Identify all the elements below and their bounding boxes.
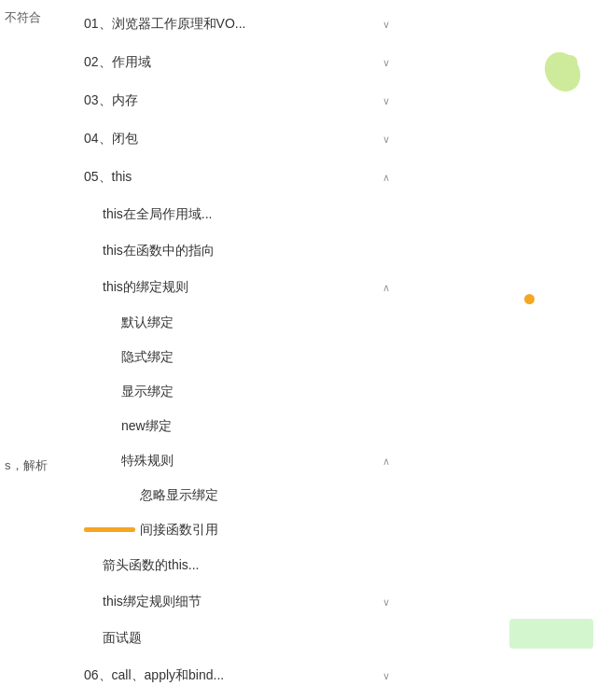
sub-menu-item-05-4[interactable]: 箭头函数的this... — [103, 547, 401, 583]
sub-menu-05: this在全局作用域... this在函数中的指向 this的绑定规则 默认绑定… — [84, 196, 401, 656]
sub-sub-item-05-3-3[interactable]: 显示绑定 — [121, 374, 401, 409]
sub-menu-item-05-6-label: 面试题 — [103, 628, 390, 648]
menu-item-02-label: 02、作用域 — [84, 52, 375, 72]
svg-point-1 — [563, 55, 577, 70]
menu-item-04[interactable]: 04、闭包 — [84, 119, 401, 158]
sub-menu-item-05-2-label: this在函数中的指向 — [103, 241, 390, 260]
deco-green-bottom — [509, 619, 593, 649]
sub-sub-item-05-3-2-label: 隐式绑定 — [121, 347, 390, 367]
menu-item-03[interactable]: 03、内存 — [84, 81, 401, 119]
menu-item-02-chevron — [382, 54, 390, 71]
sub-menu-item-05-1-label: this在全局作用域... — [103, 204, 390, 224]
sub-menu-item-05-3-label: this的绑定规则 — [103, 277, 375, 297]
menu-item-06-chevron — [382, 667, 390, 684]
menu-item-05-label: 05、this — [84, 167, 375, 187]
sub-menu-item-05-4-label: 箭头函数的this... — [103, 555, 390, 575]
sub-menu-item-05-5[interactable]: this绑定规则细节 — [103, 583, 401, 620]
menu-item-01-chevron — [382, 16, 390, 33]
menu-item-03-chevron — [382, 92, 390, 109]
sub-sub-sub-item-2-label: 间接函数引用 — [140, 520, 218, 539]
sub-sub-item-05-3-5-chevron — [382, 453, 390, 469]
sub-sub-sub-item-1-label: 忽略显示绑定 — [140, 485, 218, 505]
sub-menu-item-05-5-chevron — [382, 594, 390, 610]
deco-green-blob — [542, 51, 584, 93]
menu-list: 01、浏览器工作原理和VO... 02、作用域 03、内存 04、闭包 05、t… — [84, 0, 401, 700]
menu-item-04-chevron — [382, 131, 390, 147]
sub-sub-item-05-3-4[interactable]: new绑定 — [121, 409, 401, 443]
menu-item-05[interactable]: 05、this — [84, 158, 401, 196]
sub-sub-sub-item-1[interactable]: 忽略显示绑定 — [140, 478, 401, 512]
sub-menu-item-05-5-label: this绑定规则细节 — [103, 592, 375, 611]
sub-menu-item-05-1[interactable]: this在全局作用域... — [103, 196, 401, 232]
sub-menu-item-05-3[interactable]: this的绑定规则 — [103, 269, 401, 305]
menu-item-01-label: 01、浏览器工作原理和VO... — [84, 14, 375, 34]
sub-sub-item-05-3-5-label: 特殊规则 — [121, 451, 382, 470]
sub-menu-item-05-2[interactable]: this在函数中的指向 — [103, 232, 401, 269]
svg-point-0 — [542, 51, 584, 93]
sub-sub-item-05-3-4-label: new绑定 — [121, 416, 390, 436]
sub-sub-item-05-3-2[interactable]: 隐式绑定 — [121, 340, 401, 374]
sub-menu-item-05-3-chevron — [382, 279, 390, 296]
s-label: s，解析 — [5, 457, 48, 474]
menu-item-04-label: 04、闭包 — [84, 129, 375, 148]
not-label: 不符合 — [5, 9, 41, 26]
menu-item-02[interactable]: 02、作用域 — [84, 43, 401, 81]
sub-sub-sub-item-2[interactable]: 间接函数引用 — [140, 512, 401, 547]
menu-item-06-label: 06、call、apply和bind... — [84, 665, 375, 685]
deco-orange-dot — [524, 294, 535, 304]
sub-sub-item-05-3-3-label: 显示绑定 — [121, 382, 390, 401]
sub-sub-item-05-3-1[interactable]: 默认绑定 — [121, 305, 401, 340]
main-container: 不符合 s，解析 01、浏览器工作原理和VO... 02、作用域 03、内存 — [0, 0, 598, 700]
sub-sub-sub-menu-05-3-5: 忽略显示绑定 间接函数引用 — [121, 478, 401, 547]
menu-item-05-chevron — [382, 169, 390, 186]
menu-item-06[interactable]: 06、call、apply和bind... — [84, 656, 401, 694]
menu-item-07[interactable]: 07、JS函数式编程（编程... — [84, 694, 401, 700]
sub-sub-item-05-3-5[interactable]: 特殊规则 — [121, 443, 401, 478]
sub-sub-menu-05-3: 默认绑定 隐式绑定 显示绑定 new绑定 特殊规则 — [103, 305, 401, 547]
menu-item-03-label: 03、内存 — [84, 91, 375, 110]
sub-sub-item-05-3-1-label: 默认绑定 — [121, 313, 390, 332]
sub-menu-item-05-6[interactable]: 面试题 — [103, 620, 401, 656]
menu-item-01[interactable]: 01、浏览器工作原理和VO... — [84, 5, 401, 43]
